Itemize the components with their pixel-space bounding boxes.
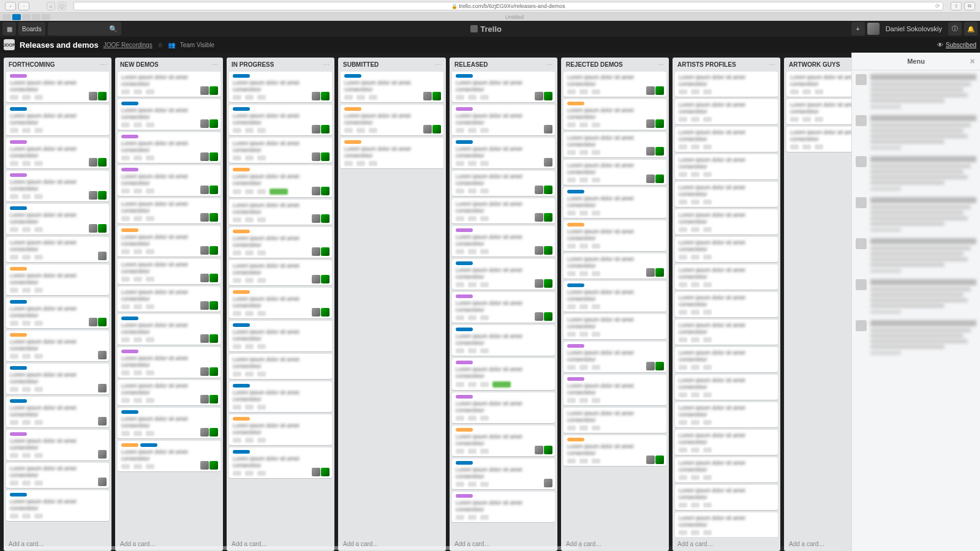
- card-label[interactable]: [456, 140, 473, 144]
- card[interactable]: Lorem ipsum dolor sit amet consectetur: [564, 253, 666, 279]
- subscribed-indicator[interactable]: 👁 Subscribed: [937, 42, 976, 48]
- card-label[interactable]: [567, 190, 584, 193]
- tabs-button[interactable]: ⧉: [964, 2, 975, 10]
- card-label[interactable]: [10, 432, 27, 436]
- list-menu-icon[interactable]: ⋯: [435, 61, 441, 68]
- card-label[interactable]: [344, 140, 361, 144]
- user-name[interactable]: Daniel Sokolovskiy: [882, 25, 946, 32]
- card[interactable]: Lorem ipsum dolor sit amet consectetur: [229, 105, 332, 135]
- card[interactable]: Lorem ipsum dolor sit amet consectetur: [118, 380, 221, 405]
- tab-control[interactable]: [42, 14, 50, 20]
- member-avatar[interactable]: [312, 187, 320, 195]
- address-bar[interactable]: 🔒 trello.com/b/6zjEG9Xv/releases-and-dem…: [74, 2, 943, 10]
- member-avatar[interactable]: [544, 312, 552, 321]
- member-avatar[interactable]: [89, 224, 97, 233]
- card[interactable]: Lorem ipsum dolor sit amet consectetur: [564, 160, 666, 185]
- card[interactable]: Lorem ipsum dolor sit amet consectetur: [675, 72, 778, 97]
- card[interactable]: Lorem ipsum dolor sit amet consectetur: [118, 347, 221, 378]
- trello-logo[interactable]: Trello: [124, 24, 849, 34]
- tab-control[interactable]: [2, 14, 11, 20]
- member-avatar[interactable]: [209, 213, 218, 222]
- member-avatar[interactable]: [200, 213, 209, 222]
- activity-item[interactable]: [856, 238, 976, 273]
- card[interactable]: Lorem ipsum dolor sit amet consectetur: [118, 72, 221, 97]
- card[interactable]: Lorem ipsum dolor sit amet consectetur: [452, 492, 555, 522]
- visibility-label[interactable]: Team Visible: [180, 42, 215, 48]
- card[interactable]: Lorem ipsum dolor sit amet consectetur: [118, 99, 221, 130]
- card[interactable]: Lorem ipsum dolor sit amet consectetur: [452, 171, 555, 196]
- member-avatar[interactable]: [200, 461, 209, 470]
- member-avatar[interactable]: [200, 152, 209, 161]
- card[interactable]: Lorem ipsum dolor sit amet consectetur: [6, 171, 109, 201]
- activity-item[interactable]: [856, 197, 976, 232]
- card-label[interactable]: [10, 493, 27, 497]
- list-menu-icon[interactable]: ⋯: [100, 61, 107, 68]
- activity-item[interactable]: [856, 156, 976, 191]
- member-avatar[interactable]: [200, 119, 209, 128]
- card[interactable]: Lorem ipsum dolor sit amet consectetur: [564, 281, 666, 312]
- card[interactable]: Lorem ipsum dolor sit amet consectetur: [452, 198, 555, 223]
- card-label[interactable]: [567, 283, 584, 287]
- member-avatar[interactable]: [209, 152, 218, 161]
- member-avatar[interactable]: [655, 362, 664, 370]
- member-avatar[interactable]: [655, 174, 664, 183]
- nav-forward-button[interactable]: ›: [18, 2, 29, 10]
- member-avatar[interactable]: [544, 92, 552, 100]
- member-avatar[interactable]: [321, 247, 330, 256]
- card[interactable]: Lorem ipsum dolor sit amet consectetur: [341, 72, 443, 102]
- list-cards[interactable]: Lorem ipsum dolor sit amet consecteturLo…: [561, 72, 669, 537]
- member-avatar[interactable]: [321, 308, 330, 317]
- card[interactable]: Lorem ipsum dolor sit amet consectetur: [118, 165, 221, 196]
- card-label[interactable]: [10, 107, 27, 111]
- card-label[interactable]: [233, 168, 250, 171]
- card[interactable]: Lorem ipsum dolor sit amet consectetur: [452, 425, 555, 456]
- card[interactable]: Lorem ipsum dolor sit amet consectetur: [6, 204, 109, 234]
- member-avatar[interactable]: [200, 86, 209, 95]
- card[interactable]: Lorem ipsum dolor sit amet consectetur: [786, 72, 851, 97]
- card[interactable]: Lorem ipsum dolor sit amet consectetur: [452, 392, 555, 423]
- create-button[interactable]: +: [851, 22, 865, 36]
- card[interactable]: Lorem ipsum dolor sit amet consectetur: [118, 287, 221, 312]
- card[interactable]: Lorem ipsum dolor sit amet consectetur: [229, 138, 332, 163]
- list-cards[interactable]: Lorem ipsum dolor sit amet consecteturLo…: [450, 72, 557, 537]
- member-avatar[interactable]: [98, 191, 107, 200]
- card[interactable]: Lorem ipsum dolor sit amet consectetur: [675, 292, 778, 317]
- member-avatar[interactable]: [646, 119, 655, 128]
- card-label[interactable]: [121, 228, 138, 232]
- card[interactable]: Lorem ipsum dolor sit amet consectetur: [229, 448, 332, 478]
- member-avatar[interactable]: [200, 367, 209, 376]
- member-avatar[interactable]: [321, 468, 330, 476]
- member-avatar[interactable]: [544, 125, 552, 133]
- member-avatar[interactable]: [89, 318, 97, 326]
- member-avatar[interactable]: [544, 186, 552, 194]
- card[interactable]: Lorem ipsum dolor sit amet consectetur: [675, 127, 778, 152]
- card-label[interactable]: [233, 74, 250, 78]
- card-label[interactable]: [121, 410, 138, 414]
- card[interactable]: Lorem ipsum dolor sit amet consectetur: [675, 154, 778, 179]
- member-avatar[interactable]: [98, 417, 107, 425]
- card-label[interactable]: [10, 173, 27, 177]
- member-avatar[interactable]: [98, 384, 107, 392]
- list-title[interactable]: NEW DEMOS: [120, 61, 212, 68]
- member-avatar[interactable]: [98, 252, 107, 260]
- card-label[interactable]: [121, 443, 138, 447]
- card[interactable]: Lorem ipsum dolor sit amet consectetur: [564, 408, 666, 433]
- member-avatar[interactable]: [544, 213, 552, 222]
- card-label[interactable]: [10, 140, 27, 144]
- card[interactable]: Lorem ipsum dolor sit amet consectetur: [229, 227, 332, 258]
- card[interactable]: Lorem ipsum dolor sit amet consectetur: [229, 381, 332, 412]
- member-avatar[interactable]: [209, 395, 218, 403]
- card[interactable]: Lorem ipsum dolor sit amet consectetur: [564, 99, 666, 130]
- member-avatar[interactable]: [646, 174, 655, 183]
- activity-feed[interactable]: [852, 70, 980, 551]
- card-label[interactable]: [456, 494, 473, 498]
- card[interactable]: Lorem ipsum dolor sit amet consectetur: [564, 132, 666, 157]
- card[interactable]: Lorem ipsum dolor sit amet consectetur: [675, 457, 778, 482]
- card[interactable]: Lorem ipsum dolor sit amet consectetur: [564, 187, 666, 218]
- card[interactable]: Lorem ipsum dolor sit amet consectetur: [118, 226, 221, 257]
- member-avatar[interactable]: [209, 461, 218, 470]
- member-avatar[interactable]: [312, 92, 320, 100]
- card[interactable]: Lorem ipsum dolor sit amet consectetur: [675, 264, 778, 290]
- boards-button[interactable]: Boards: [18, 22, 45, 36]
- card[interactable]: Lorem ipsum dolor sit amet consectetur: [118, 198, 221, 223]
